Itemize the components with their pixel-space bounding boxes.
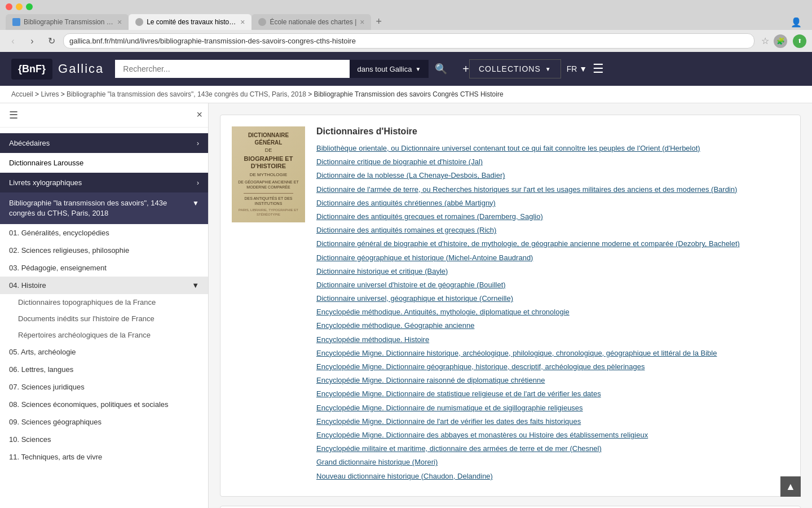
subsection-repertoires[interactable]: Répertoires archéologiques de la France [9,327,208,343]
thumb-line2: DE [265,147,272,154]
category-03[interactable]: 03. Pédagogie, enseignement [0,259,208,277]
book-link-11[interactable]: Dictionnaire universel d'histoire et de … [316,280,789,290]
breadcrumb-current: Bibliographie Transmission des savoirs C… [314,90,504,98]
book-link-2[interactable]: Dictionnaire critique de biographie et d… [316,157,789,167]
book-link-10[interactable]: Dictionnaire historique et critique (Bay… [316,266,789,277]
book-link-24[interactable]: Grand dictionnaire historique (Moreri) [316,457,789,467]
browser-tab-2[interactable]: Le comité des travaux histori... × [129,14,251,30]
tab-label-2: Le comité des travaux histori... [147,18,237,26]
sidebar-list-icon[interactable]: ☰ [9,109,18,121]
category-07[interactable]: 07. Sciences juridiques [0,378,208,396]
book-link-15[interactable]: Encyclopédie méthodique. Histoire [316,335,789,345]
book-link-4[interactable]: Dictionnaire de l'armée de terre, ou Rec… [316,185,789,195]
nav-item-livrets[interactable]: Livrets xylographiques › [0,173,208,192]
tab-close-1[interactable]: × [117,17,122,27]
traffic-light-maximize[interactable] [26,3,33,10]
nav-item-dictionnaires-larousse[interactable]: Dictionnaires Larousse [0,153,208,173]
tab-label-3: École nationale des chartes | [270,18,356,26]
nav-item-abecedaires[interactable]: Abécédaires › [0,133,208,153]
scroll-to-top-button[interactable]: ▲ [780,476,801,497]
user-icon[interactable]: 👤 [786,15,806,30]
search-scope-dropdown[interactable]: dans tout Gallica ▼ [350,60,429,78]
book-link-16[interactable]: Encyclopédie Migne. Dictionnaire histori… [316,348,789,358]
category-04[interactable]: 04. Histoire ▼ [0,277,208,294]
browser-tab-3[interactable]: École nationale des chartes | × [251,14,371,30]
reload-button[interactable]: ↻ [44,34,59,49]
extension-icon[interactable]: 🧩 [774,34,787,48]
book-link-23[interactable]: Encyclopédie militaire et maritime, dict… [316,444,789,454]
book-link-12[interactable]: Dictionnaire universel, géographique et … [316,294,789,304]
add-icon[interactable]: + [462,63,469,76]
book-link-14[interactable]: Encyclopédie méthodique. Géographie anci… [316,321,789,331]
book-link-3[interactable]: Dictionnaire de la noblesse (La Chenaye-… [316,170,789,181]
book-link-25[interactable]: Nouveau dictionnaire historique (Chaudon… [316,471,789,481]
book-card-2: L'ART Répertoires, bibliographies, colle… [220,506,801,508]
search-button[interactable]: 🔍 [429,60,453,78]
category-09[interactable]: 09. Sciences géographiques [0,413,208,431]
book-link-18[interactable]: Encyclopédie Migne. Dictionnaire raisonn… [316,375,789,386]
category-04-arrow: ▼ [192,281,199,290]
category-08[interactable]: 08. Sciences économiques, politiques et … [0,396,208,413]
forward-button[interactable]: › [25,34,39,49]
book-thumbnail-1: DICTIONNAIRE GÉNÉRAL DE BIOGRAPHIE ET D'… [232,126,305,222]
tab-close-2[interactable]: × [240,17,245,27]
nav-item-bibliographie[interactable]: Bibliographie "la transmission des savoi… [0,192,208,224]
url-bar[interactable] [63,33,754,49]
category-11[interactable]: 11. Techniques, arts de vivre [0,448,208,466]
language-selector[interactable]: FR ▼ [567,64,588,73]
book-link-20[interactable]: Encyclopédie Migne. Dictionnaire de numi… [316,403,789,413]
extension-btn-green[interactable]: ⬆ [793,34,806,48]
bookmark-icon[interactable]: ☆ [761,36,769,46]
category-05[interactable]: 05. Arts, archéologie [0,343,208,361]
new-tab-button[interactable]: + [371,14,386,30]
collections-button[interactable]: COLLECTIONS ▼ [469,59,561,78]
content-area: ☰ × Abécédaires › Dictionnaires Larousse… [0,103,812,508]
category-10[interactable]: 10. Sciences [0,431,208,448]
tab-favicon-1 [12,18,20,26]
gallica-logo[interactable]: Gallica [58,62,104,76]
browser-tab-1[interactable]: Bibliographie Transmission de... × [6,14,129,30]
book-link-5[interactable]: Dictionnaire des antiquités chrétiennes … [316,198,789,208]
search-bar: dans tout Gallica ▼ 🔍 [115,60,453,78]
nav-arrow-abecedaires: › [197,139,199,147]
book-link-21[interactable]: Encyclopédie Migne. Dictionnaire de l'ar… [316,417,789,427]
category-02[interactable]: 02. Sciences religieuses, philosophie [0,242,208,259]
sidebar-close-button[interactable]: × [196,109,202,121]
browser-chrome: Bibliographie Transmission de... × Le co… [0,0,812,52]
breadcrumb-accueil[interactable]: Accueil [11,90,33,98]
hamburger-menu[interactable]: ☰ [593,62,604,76]
search-input[interactable] [115,60,349,78]
categories-list: 01. Généralités, encyclopédies 02. Scien… [0,224,208,466]
book-link-19[interactable]: Encyclopédie Migne. Dictionnaire de stat… [316,389,789,399]
book-link-1[interactable]: Bibliothèque orientale, ou Dictionnaire … [316,143,789,154]
site-header: {BnF} Gallica dans tout Gallica ▼ 🔍 + CO… [0,52,812,86]
book-link-17[interactable]: Encyclopédie Migne. Dictionnaire géograp… [316,362,789,372]
thumb-line1: DICTIONNAIRE GÉNÉRAL [237,132,299,146]
main-content: DICTIONNAIRE GÉNÉRAL DE BIOGRAPHIE ET D'… [209,103,812,508]
back-button[interactable]: ‹ [6,34,20,49]
page: {BnF} Gallica dans tout Gallica ▼ 🔍 + CO… [0,52,812,508]
bnf-logo[interactable]: {BnF} [11,59,52,80]
book-link-13[interactable]: Encyclopédie méthodique. Antiquités, myt… [316,307,789,317]
category-01[interactable]: 01. Généralités, encyclopédies [0,224,208,242]
book-info-1: Dictionnaires d'Histoire Bibliothèque or… [316,126,789,485]
subsection-documents-inedits[interactable]: Documents inédits sur l'histoire de Fran… [9,310,208,327]
tab-favicon-2 [135,18,143,26]
book-link-7[interactable]: Dictionnaire des antiquités romaines et … [316,225,789,235]
nav-menu: Abécédaires › Dictionnaires Larousse Liv… [0,133,208,466]
breadcrumb-livres[interactable]: Livres [41,90,59,98]
breadcrumb-bibliographie[interactable]: Bibliographie "la transmission des savoi… [67,90,306,98]
category-06[interactable]: 06. Lettres, langues [0,361,208,378]
tab-close-3[interactable]: × [360,17,364,27]
thumb-line4: DE MYTHOLOGIE [250,172,288,178]
book-link-6[interactable]: Dictionnaire des antiquités grecques et … [316,212,789,222]
subsection-topographiques[interactable]: Dictionnaires topographiques de la Franc… [9,294,208,310]
browser-toolbar: ‹ › ↻ ☆ 🧩 ⬆ [0,30,812,52]
traffic-light-close[interactable] [6,3,12,10]
book-card-1: DICTIONNAIRE GÉNÉRAL DE BIOGRAPHIE ET D'… [220,115,801,497]
book-link-9[interactable]: Dictionnaire géographique et historique … [316,253,789,263]
sidebar: ☰ × Abécédaires › Dictionnaires Larousse… [0,103,209,508]
book-link-22[interactable]: Encyclopédie Migne. Dictionnaire des abb… [316,430,789,440]
book-link-8[interactable]: Dictionnaire général de biographie et d'… [316,239,789,249]
traffic-light-minimize[interactable] [16,3,23,10]
